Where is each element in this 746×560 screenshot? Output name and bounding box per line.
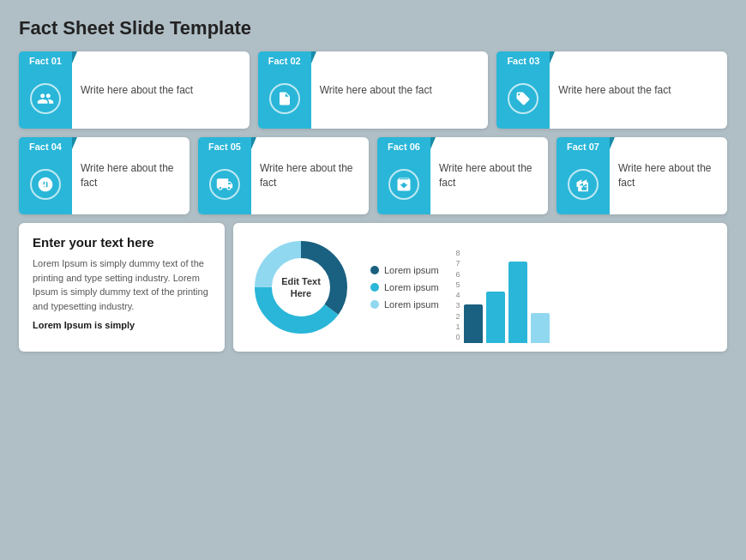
bar (508, 262, 527, 343)
fact-card: Fact 03Write here about the fact (496, 51, 727, 129)
y-label: 6 (456, 270, 460, 279)
fact-text: Write here about the fact (72, 137, 190, 214)
fact-text: Write here about the fact (311, 51, 441, 129)
fact-icon (508, 83, 538, 114)
legend-label: Lorem ipsum (384, 299, 439, 310)
fact-icon (568, 169, 599, 200)
fact-label: Fact 04 (19, 137, 72, 154)
chart-legend: Lorem ipsumLorem ipsumLorem ipsum (370, 265, 439, 310)
fact-icon (30, 83, 61, 114)
fact-icon (30, 169, 61, 200)
fact-label: Fact 01 (19, 51, 72, 69)
fact-label: Fact 02 (258, 51, 311, 69)
chart-block: Edit Text Here Lorem ipsumLorem ipsumLor… (233, 223, 727, 352)
fact-card: Fact 02Write here about the fact (258, 51, 489, 129)
fact-text: Write here about the fact (251, 137, 369, 214)
y-label: 4 (456, 291, 460, 299)
y-label: 2 (456, 312, 460, 321)
legend-label: Lorem ipsum (384, 265, 439, 275)
y-label: 3 (456, 301, 460, 310)
bar (464, 304, 483, 343)
text-block-title: Enter your text here (33, 235, 211, 250)
legend-item: Lorem ipsum (370, 299, 439, 310)
fact-icon (269, 83, 300, 114)
fact-card: Fact 01Write here about the fact (19, 51, 250, 129)
legend-item: Lorem ipsum (370, 265, 439, 275)
y-label: 5 (456, 280, 460, 289)
y-label: 1 (456, 322, 460, 331)
fact-row-1: Fact 01Write here about the factFact 02W… (19, 51, 727, 129)
text-block: Enter your text here Lorem Ipsum is simp… (19, 223, 225, 352)
fact-label: Fact 05 (198, 137, 251, 154)
bar (531, 313, 550, 343)
fact-icon (209, 169, 240, 200)
bar-chart: 012345678 (456, 232, 715, 343)
fact-label: Fact 03 (496, 51, 550, 69)
fact-label: Fact 07 (556, 137, 610, 154)
y-label: 8 (456, 249, 460, 257)
fact-row-2: Fact 04Write here about the factFact 05W… (19, 137, 727, 214)
fact-text: Write here about the fact (610, 137, 727, 214)
bars-group (464, 249, 550, 343)
y-label: 7 (456, 259, 460, 268)
fact-card: Fact 05Write here about the fact (198, 137, 369, 214)
fact-label: Fact 06 (377, 137, 430, 154)
legend-item: Lorem ipsum (370, 282, 439, 292)
text-block-footer: Lorem Ipsum is simply (33, 320, 211, 330)
fact-card: Fact 07Write here about the fact (556, 137, 727, 214)
donut-center-label: Edit Text Here (281, 275, 321, 300)
fact-text: Write here about the fact (550, 51, 679, 129)
bar (486, 292, 505, 343)
fact-card: Fact 06Write here about the fact (377, 137, 548, 214)
fact-card: Fact 04Write here about the fact (19, 137, 190, 214)
fact-icon (388, 169, 419, 200)
legend-label: Lorem ipsum (384, 282, 439, 292)
text-block-body: Lorem Ipsum is simply dummy text of the … (33, 256, 211, 313)
fact-text: Write here about the fact (72, 51, 202, 129)
page-title: Fact Sheet Slide Template (19, 17, 727, 39)
donut-chart: Edit Text Here (245, 232, 357, 343)
bottom-section: Enter your text here Lorem Ipsum is simp… (19, 223, 727, 352)
y-axis: 012345678 (456, 249, 460, 343)
y-label: 0 (456, 333, 460, 341)
fact-text: Write here about the fact (430, 137, 548, 214)
